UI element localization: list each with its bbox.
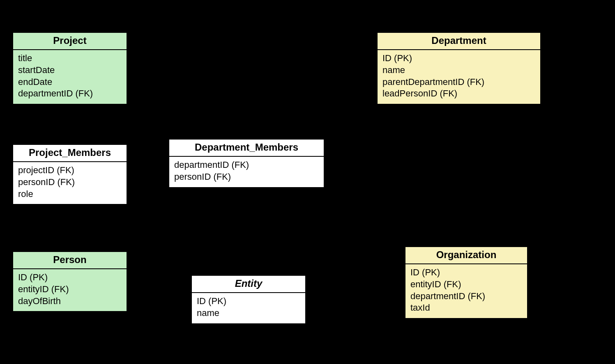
attr: ID (PK) <box>197 295 300 307</box>
attr: projectID (FK) <box>18 165 122 176</box>
attr: parentDepartmentID (FK) <box>382 76 535 88</box>
entity-organization: Organization ID (PK) entityID (FK) depar… <box>405 246 528 319</box>
entity-organization-title: Organization <box>405 247 527 264</box>
attr: departmentID (FK) <box>174 159 319 171</box>
attr: ID (PK) <box>410 267 522 279</box>
entity-entity: Entity ID (PK) name <box>191 275 306 324</box>
entity-department-title: Department <box>378 33 540 50</box>
er-diagram-canvas: Project title startDate endDate departme… <box>0 0 615 364</box>
entity-department-body: ID (PK) name parentDepartmentID (FK) lea… <box>378 50 540 103</box>
attr: departmentID (FK) <box>18 88 122 100</box>
entity-person: Person ID (PK) entityID (FK) dayOfBirth <box>12 251 127 312</box>
entity-project-members-body: projectID (FK) personID (FK) role <box>13 162 127 204</box>
entity-organization-body: ID (PK) entityID (FK) departmentID (FK) … <box>405 264 527 318</box>
attr: name <box>382 64 535 76</box>
entity-department-members-title: Department_Members <box>169 140 324 157</box>
attr: startDate <box>18 64 122 76</box>
entity-project: Project title startDate endDate departme… <box>12 32 127 105</box>
entity-department: Department ID (PK) name parentDepartment… <box>377 32 541 105</box>
entity-person-body: ID (PK) entityID (FK) dayOfBirth <box>13 269 127 311</box>
attr: departmentID (FK) <box>410 291 522 302</box>
attr: dayOfBirth <box>18 295 122 307</box>
entity-project-body: title startDate endDate departmentID (FK… <box>13 50 127 103</box>
attr: ID (PK) <box>382 53 535 64</box>
entity-person-title: Person <box>13 252 127 269</box>
attr: role <box>18 188 122 200</box>
attr: leadPersonID (FK) <box>382 88 535 100</box>
attr: ID (PK) <box>18 272 122 284</box>
entity-entity-body: ID (PK) name <box>192 293 305 323</box>
attr: endDate <box>18 76 122 88</box>
entity-project-members-title: Project_Members <box>13 145 127 162</box>
entity-project-members: Project_Members projectID (FK) personID … <box>12 144 127 205</box>
entity-department-members-body: departmentID (FK) personID (FK) <box>169 157 324 187</box>
attr: entityID (FK) <box>410 279 522 291</box>
entity-entity-title: Entity <box>192 276 305 293</box>
attr: entityID (FK) <box>18 284 122 295</box>
entity-project-title: Project <box>13 33 127 50</box>
attr: title <box>18 53 122 64</box>
entity-department-members: Department_Members departmentID (FK) per… <box>168 139 325 188</box>
attr: personID (FK) <box>174 171 319 183</box>
attr: personID (FK) <box>18 176 122 188</box>
attr: taxId <box>410 302 522 314</box>
attr: name <box>197 307 300 319</box>
